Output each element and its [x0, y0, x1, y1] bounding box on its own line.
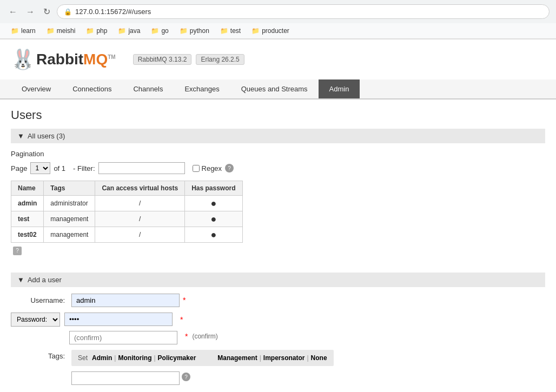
bookmark-test[interactable]: 📁 test [216, 25, 245, 36]
user-password-admin: ● [185, 196, 242, 211]
user-tags-admin: administrator [44, 196, 95, 211]
confirm-required-star: * [185, 332, 188, 341]
regex-checkbox-label: Regex [193, 164, 222, 172]
users-table-header-row: Name Tags Can access virtual hosts Has p… [11, 181, 243, 196]
tag-admin-button[interactable]: Admin [92, 354, 112, 362]
bookmarks-bar: 📁 learn 📁 meishi 📁 php 📁 java 📁 go 📁 pyt… [0, 23, 556, 39]
tags-input[interactable] [71, 371, 180, 385]
table-row: test management / ● [11, 211, 243, 227]
tag-sep-1: | [114, 354, 116, 362]
tags-buttons-panel: Set Admin | Monitoring | Policymaker Man… [71, 350, 334, 366]
filter-input[interactable] [98, 162, 185, 174]
bookmark-go[interactable]: 📁 go [147, 25, 173, 36]
address-bar[interactable]: 🔒 127.0.0.1:15672/#/users [57, 4, 550, 19]
bookmark-python[interactable]: 📁 python [175, 25, 214, 36]
folder-icon: 📁 [151, 27, 159, 35]
back-button[interactable]: ← [6, 5, 19, 19]
erlang-version-badge: Erlang 26.2.5 [196, 54, 244, 65]
tag-policymaker-button[interactable]: Policymaker [158, 354, 196, 362]
page-title: Users [11, 108, 545, 122]
tags-content: Set Admin | Monitoring | Policymaker Man… [71, 350, 334, 385]
rabbit-logo-icon: 🐰 [11, 48, 35, 71]
all-users-section: ▼ All users (3) Pagination Page 1 of 1 -… [11, 129, 545, 262]
user-name-test[interactable]: test [11, 211, 44, 227]
tab-exchanges[interactable]: Exchanges [174, 79, 230, 98]
app-header: 🐰 RabbitMQTM RabbitMQ 3.13.2 Erlang 26.2… [0, 39, 556, 79]
bookmark-label: go [161, 27, 168, 35]
pagination-help-button[interactable]: ? [225, 164, 234, 172]
version-badges: RabbitMQ 3.13.2 Erlang 26.2.5 [133, 54, 244, 65]
tags-label: Tags: [11, 352, 65, 360]
username-row: Username: * [11, 294, 545, 307]
col-vhosts: Can access virtual hosts [95, 181, 185, 196]
bookmark-label: python [190, 27, 209, 35]
regex-checkbox[interactable] [193, 165, 200, 172]
tab-admin[interactable]: Admin [319, 79, 360, 98]
tags-row: Tags: Set Admin | Monitoring | Policymak… [11, 350, 545, 385]
of-label: of 1 [54, 164, 65, 172]
tab-connections[interactable]: Connections [62, 79, 122, 98]
users-table-body: admin administrator / ● test management … [11, 196, 243, 243]
user-name-test02[interactable]: test02 [11, 227, 44, 243]
tag-management-button[interactable]: Management [217, 354, 257, 362]
tags-input-row: ? [71, 369, 334, 385]
bookmark-label: meishi [57, 27, 76, 35]
add-user-button-row: Add user [11, 390, 545, 393]
username-required-star: * [183, 296, 186, 304]
page-content: Users ▼ All users (3) Pagination Page 1 … [0, 99, 556, 392]
folder-icon: 📁 [47, 27, 55, 35]
tag-sep-4: | [307, 354, 308, 362]
tag-none-button[interactable]: None [311, 354, 327, 362]
browser-chrome: ← → ↻ 🔒 127.0.0.1:15672/#/users 📁 learn … [0, 0, 556, 39]
bookmark-label: learn [21, 27, 36, 35]
confirm-label: (confirm) [192, 333, 217, 340]
tag-impersonator-button[interactable]: Impersonator [263, 354, 305, 362]
tab-overview[interactable]: Overview [11, 79, 62, 98]
page-select[interactable]: 1 [30, 162, 50, 174]
forward-button[interactable]: → [24, 5, 37, 19]
user-password-test: ● [185, 211, 242, 227]
bookmark-label: java [128, 27, 140, 35]
app-content: 🐰 RabbitMQTM RabbitMQ 3.13.2 Erlang 26.2… [0, 39, 556, 392]
logo: 🐰 RabbitMQTM [11, 48, 116, 71]
bookmark-php[interactable]: 📁 php [82, 25, 111, 36]
tab-channels[interactable]: Channels [122, 79, 174, 98]
all-users-label: All users (3) [28, 132, 65, 140]
col-name: Name [11, 181, 44, 196]
add-user-section-body: Username: * Password: * * [11, 287, 545, 393]
tag-sep-2: | [154, 354, 155, 362]
folder-icon: 📁 [180, 27, 188, 35]
password-input[interactable] [64, 313, 173, 326]
bookmark-label: php [96, 27, 107, 35]
bookmark-label: test [230, 27, 241, 35]
password-required-star: * [180, 315, 183, 324]
table-help-button[interactable]: ? [13, 247, 22, 255]
folder-icon: 📁 [118, 27, 126, 35]
table-row: admin administrator / ● [11, 196, 243, 211]
tag-monitoring-button[interactable]: Monitoring [118, 354, 151, 362]
user-name-admin[interactable]: admin [11, 196, 44, 211]
bookmark-meishi[interactable]: 📁 meishi [42, 25, 80, 36]
tags-help-button[interactable]: ? [182, 373, 190, 381]
bookmark-learn[interactable]: 📁 learn [6, 25, 40, 36]
bookmark-producter[interactable]: 📁 producter [247, 25, 294, 36]
pagination-label: Pagination [11, 150, 545, 158]
username-label: Username: [11, 296, 65, 304]
page-label: Page [11, 164, 27, 172]
user-tags-test: management [44, 211, 95, 227]
username-input[interactable] [71, 294, 180, 307]
bookmark-label: producter [262, 27, 289, 35]
add-user-section-header[interactable]: ▼ Add a user [11, 273, 545, 287]
folder-icon: 📁 [86, 27, 94, 35]
add-user-label: Add a user [28, 276, 62, 284]
url-text: 127.0.0.1:15672/#/users [75, 8, 151, 16]
password-type-select[interactable]: Password: [11, 313, 60, 327]
col-tags: Tags [44, 181, 95, 196]
password-confirm-input[interactable] [69, 331, 177, 344]
tab-queues-and-streams[interactable]: Queues and Streams [230, 79, 319, 98]
all-users-section-header[interactable]: ▼ All users (3) [11, 129, 545, 143]
col-password: Has password [185, 181, 242, 196]
reload-button[interactable]: ↻ [41, 4, 52, 19]
collapse-arrow-icon: ▼ [17, 132, 24, 140]
bookmark-java[interactable]: 📁 java [114, 25, 144, 36]
